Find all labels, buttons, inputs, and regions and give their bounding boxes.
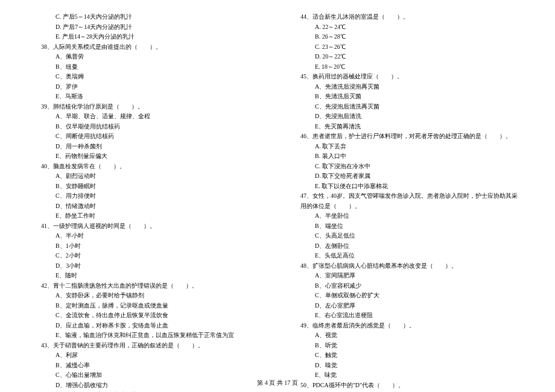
option: D、情绪激动时 <box>36 201 259 212</box>
option: D、罗伊 <box>36 82 259 92</box>
question-38: 38、人际间关系模式是由谁提出的（ ）。 <box>36 42 259 52</box>
option: B、1小时 <box>36 241 259 251</box>
option: B、听觉 <box>296 341 519 351</box>
option: A、半坐卧位 <box>296 211 519 221</box>
option: B. 装入口中 <box>296 151 519 162</box>
option: D、左侧卧位 <box>296 241 519 251</box>
option: C、先浸泡后清洗再灭菌 <box>296 102 519 112</box>
option: D、3小时 <box>36 261 259 271</box>
option: E、右心室流出道梗阻 <box>296 311 519 321</box>
option: A、室间隔肥厚 <box>296 271 519 281</box>
option: B、仅早期使用抗结核药 <box>36 122 259 132</box>
question-49: 49、临终患者最后消失的感觉是（ ）。 <box>296 321 519 331</box>
option: B、心室容积减少 <box>296 281 519 291</box>
option: A、早期、联合、适量、规律、全程 <box>36 112 259 122</box>
option: D、用一种杀菌剂 <box>36 142 259 152</box>
option: E、静坐工作时 <box>36 211 259 221</box>
option: C、间断使用抗结核药 <box>36 131 259 142</box>
option: A. 22～24℃ <box>296 22 519 33</box>
option: B. 26～28℃ <box>296 32 519 42</box>
option: B、定时测血压，脉搏，记录呕血或便血量 <box>36 301 259 311</box>
page-footer: 第 4 页 共 17 页 <box>0 379 555 387</box>
option: C. 取下浸泡在冷水中 <box>296 162 519 172</box>
option: A. 取下丢弃 <box>296 142 519 152</box>
option: E、随时 <box>36 271 259 281</box>
right-column: 44、适合新生儿沐浴的室温是（ ）。 A. 22～24℃ B. 26～28℃ C… <box>296 12 519 392</box>
option: A、剧烈运动时 <box>36 171 259 182</box>
option: B、端坐位 <box>296 221 519 232</box>
question-47: 47、女性，40岁。因支气管哮喘发作急诊入院。患者急诊入院时，护士应协助其采用的… <box>296 191 519 211</box>
question-39: 39、肺结核化学治疗原则是（ ）。 <box>36 102 259 112</box>
question-46: 46、患者逝世后，护士进行尸体料理时，对死者牙齿的处理正确的是（ ）。 <box>296 131 519 142</box>
option: C、单侧或双侧心腔扩大 <box>296 291 519 301</box>
option: B、先清洗后灭菌 <box>296 92 519 102</box>
option: C、头高足低位 <box>296 231 519 241</box>
option: E. 产后14～28天内分泌的乳汁 <box>36 32 259 42</box>
page-content: C. 产后5～14天内分泌的乳汁 D. 产后7～14天内分泌的乳汁 E. 产后1… <box>0 0 555 392</box>
option: C. 产后5～14天内分泌的乳汁 <box>36 12 259 22</box>
question-40: 40、脑血栓发病常在（ ）。 <box>36 162 259 172</box>
option: E、马斯洛 <box>36 92 259 102</box>
option: A、半小时 <box>36 231 259 241</box>
option: E、输液，输血治疗休克和纠正贫血，以血压恢复稍低于正常值为宜 <box>36 330 259 341</box>
option: C. 23～26℃ <box>296 42 519 52</box>
option: A、佩普劳 <box>36 52 259 62</box>
option: B、纽曼 <box>36 62 259 72</box>
option: D. 20～22℃ <box>296 52 519 62</box>
option: D、先浸泡后清洗 <box>296 112 519 122</box>
option: E. 18～20℃ <box>296 62 519 72</box>
option: E. 取下以便在口中添塞棉花 <box>296 182 519 192</box>
option: A、视觉 <box>296 330 519 341</box>
option: E、先灭菌再清洗 <box>296 122 519 132</box>
question-48: 48、扩张型心肌病病人心脏结构最基本的改变是（ ）。 <box>296 261 519 271</box>
option: D. 取下交给死者家属 <box>296 171 519 182</box>
option: D. 产后7～14天内分泌的乳汁 <box>36 22 259 33</box>
option: C、2小时 <box>36 251 259 261</box>
option: B、减慢心率 <box>36 361 259 371</box>
question-44: 44、适合新生儿沐浴的室温是（ ）。 <box>296 12 519 22</box>
option: E、药物剂量应偏大 <box>36 151 259 162</box>
option: C、用力排便时 <box>36 191 259 201</box>
option: B、安静睡眠时 <box>36 182 259 192</box>
option: C、全流饮食，待出血停止后恢复半流饮食 <box>36 311 259 321</box>
left-column: C. 产后5～14天内分泌的乳汁 D. 产后7～14天内分泌的乳汁 E. 产后1… <box>36 12 259 392</box>
option: A、先清洗后浸泡再灭菌 <box>296 82 519 92</box>
option: D、应止血输，对称基卡胺，安络血等止血 <box>36 321 259 331</box>
question-42: 42、胃十二指肠溃疡急性大出血的护理错误的是（ ）。 <box>36 281 259 291</box>
question-41: 41、一级护理病人巡视的时间是（ ）。 <box>36 221 259 232</box>
question-43: 43、关于硝普钠的主要药理作用，正确的叙述的是（ ）。 <box>36 341 259 351</box>
option: D、左心室肥厚 <box>296 301 519 311</box>
option: A、安静卧床，必要时给予镇静剂 <box>36 291 259 301</box>
option: C、奥瑞姆 <box>36 72 259 82</box>
option: D、嗅觉 <box>296 361 519 371</box>
option: A、利尿 <box>36 350 259 361</box>
question-45: 45、换药用过的器械处理应（ ）。 <box>296 72 519 82</box>
option: E、头低足高位 <box>296 251 519 261</box>
option: C、触觉 <box>296 350 519 361</box>
